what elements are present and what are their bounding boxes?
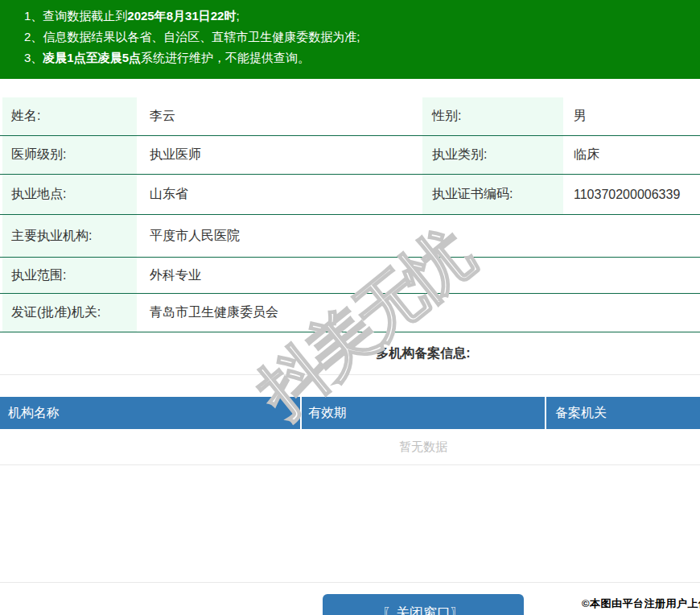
- table-row: 执业范围: 外科专业: [0, 258, 700, 294]
- close-window-button[interactable]: 〖关闭窗口〗: [323, 594, 524, 615]
- name-value: 李云: [137, 108, 422, 125]
- registration-table-header: 机构名称 有效期 备案机关: [0, 397, 700, 429]
- table-row: 医师级别: 执业医师 执业类别: 临床: [0, 136, 700, 175]
- table-row: 执业地点: 山东省 执业证书编码: 110370200006339: [0, 175, 700, 215]
- issuing-authority-value: 青岛市卫生健康委员会: [137, 304, 700, 321]
- notice-line-3: 3、凌晨1点至凌晨5点系统进行维护，不能提供查询。: [24, 47, 700, 68]
- multi-institution-section-title: 多机构备案信息:: [0, 332, 700, 375]
- physician-query-result-page: { "banner": { "bg_color": "#068006", "no…: [0, 0, 700, 615]
- physician-info-table: 姓名: 李云 性别: 男 医师级别: 执业医师 执业类别: 临床 执业地点: 山…: [0, 97, 700, 332]
- category-label: 执业类别:: [422, 136, 563, 174]
- certificate-number-value: 110370200006339: [563, 188, 700, 202]
- table-row: 姓名: 李云 性别: 男: [0, 97, 700, 136]
- notice-line-2: 2、信息数据结果以各省、自治区、直辖市卫生健康委数据为准;: [24, 27, 700, 47]
- content-container: 1、查询数据截止到2025年8月31日22时; 2、信息数据结果以各省、自治区、…: [0, 0, 700, 615]
- column-header-validity-period: 有效期: [300, 397, 545, 429]
- certificate-number-label: 执业证书编码:: [422, 175, 563, 214]
- level-value: 执业医师: [137, 147, 422, 163]
- category-value: 临床: [563, 147, 700, 163]
- main-institution-label: 主要执业机构:: [2, 215, 137, 257]
- notice-banner: 1、查询数据截止到2025年8月31日22时; 2、信息数据结果以各省、自治区、…: [0, 0, 700, 79]
- scope-label: 执业范围:: [2, 258, 137, 293]
- scope-value: 外科专业: [137, 267, 700, 284]
- gender-label: 性别:: [422, 97, 563, 135]
- empty-data-message: 暂无数据: [0, 429, 700, 465]
- column-header-filing-authority: 备案机关: [545, 397, 700, 429]
- name-label: 姓名:: [2, 97, 137, 135]
- level-label: 医师级别:: [2, 136, 137, 174]
- column-header-institution-name: 机构名称: [0, 405, 300, 422]
- location-label: 执业地点:: [2, 175, 137, 214]
- main-institution-value: 平度市人民医院: [137, 228, 700, 245]
- issuing-authority-label: 发证(批准)机关:: [2, 294, 137, 332]
- location-value: 山东省: [137, 186, 422, 203]
- upload-credit-text: ©本图由平台注册用户上传: [582, 596, 700, 611]
- gender-value: 男: [563, 108, 700, 125]
- notice-line-1: 1、查询数据截止到2025年8月31日22时;: [24, 6, 700, 27]
- table-row: 发证(批准)机关: 青岛市卫生健康委员会: [0, 294, 700, 332]
- table-row: 主要执业机构: 平度市人民医院: [0, 215, 700, 258]
